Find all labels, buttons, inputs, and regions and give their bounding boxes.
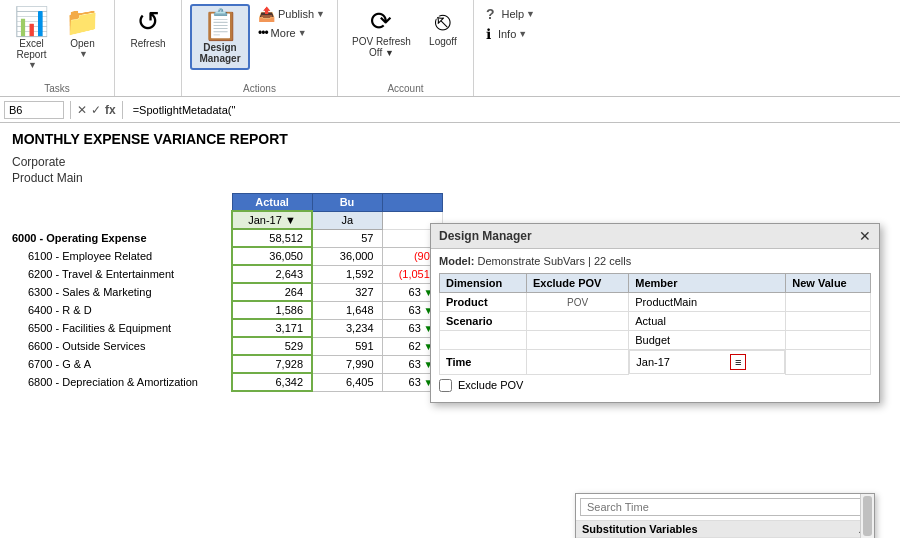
row-actual: 58,512 [232, 229, 312, 247]
table-row: 6300 - Sales & Marketing26432763 ▼ [12, 283, 442, 301]
row-actual: 3,171 [232, 319, 312, 337]
pov-refresh-button[interactable]: ⟳ POV RefreshOff ▼ [346, 4, 417, 62]
member-scenario: Actual [629, 312, 786, 331]
formula-bar: ✕ ✓ fx [0, 97, 900, 123]
info-label: Info [498, 28, 516, 40]
open-button[interactable]: 📁 Open ▼ [59, 4, 106, 63]
pov-refresh-label: POV RefreshOff ▼ [352, 36, 411, 58]
dialog-body: Model: Demonstrate SubVars | 22 cells Di… [431, 249, 879, 402]
row-label: 6200 - Travel & Entertainment [12, 265, 232, 283]
actions-group-label: Actions [243, 81, 276, 94]
exclude-time [526, 350, 628, 375]
help-button[interactable]: ? Help ▼ [482, 4, 539, 24]
col-subheader-jan17[interactable]: Jan-17 ▼ [232, 211, 312, 229]
open-icon: 📁 [65, 8, 100, 36]
dim-scenario: Scenario [440, 312, 527, 331]
row-budget: 57 [312, 229, 382, 247]
formula-sep2 [122, 101, 123, 119]
dialog-close-button[interactable]: ✕ [859, 228, 871, 244]
model-label: Model: [439, 255, 474, 267]
logoff-button[interactable]: ⎋ Logoff [421, 4, 465, 51]
formula-confirm-icon[interactable]: ✓ [91, 103, 101, 117]
row-actual: 7,928 [232, 355, 312, 373]
table-row: 6500 - Facilities & Equipment3,1713,2346… [12, 319, 442, 337]
dimension-table: Dimension Exclude POV Member New Value P… [439, 273, 871, 375]
new-value-scenario [786, 312, 871, 331]
row-label: 6500 - Facilities & Equipment [12, 319, 232, 337]
open-dropdown: ▼ [79, 49, 88, 59]
logoff-label: Logoff [429, 36, 457, 47]
publish-label: Publish [278, 8, 314, 20]
search-time-input[interactable] [580, 498, 870, 516]
row-actual: 6,342 [232, 373, 312, 391]
ribbon-group-actions: 📋 DesignManager 📤 Publish ▼ ••• More ▼ A… [182, 0, 338, 96]
formula-insert-icon[interactable]: fx [105, 103, 116, 117]
row-actual: 2,643 [232, 265, 312, 283]
publish-button[interactable]: 📤 Publish ▼ [254, 4, 329, 24]
col-new-value: New Value [786, 274, 871, 293]
table-row: 6200 - Travel & Entertainment2,6431,592(… [12, 265, 442, 283]
design-manager-icon: 📋 [202, 10, 239, 40]
member-time: Jan-17 ≡ [629, 350, 785, 374]
row-actual: 36,050 [232, 247, 312, 265]
design-manager-button[interactable]: 📋 DesignManager [190, 4, 250, 70]
member-picker: Substitution Variables ▲ @CurMth@ @First… [575, 493, 875, 538]
dim-row-product: Product POV ProductMain [440, 293, 871, 312]
dim-product: Product [440, 293, 527, 312]
col-header-budget: Bu [312, 194, 382, 212]
exclude-pov-checkbox[interactable] [439, 379, 452, 392]
dialog-title: Design Manager [439, 229, 532, 243]
spreadsheet: MONTHLY EXPENSE VARIANCE REPORT Corporat… [0, 123, 900, 538]
dim-time: Time [440, 350, 527, 375]
formula-input[interactable] [129, 102, 896, 118]
exclude-pov-label: Exclude POV [458, 379, 523, 391]
exclude-scenario2 [526, 331, 628, 350]
time-member-picker-btn[interactable]: ≡ [730, 354, 746, 370]
row-budget: 1,648 [312, 301, 382, 319]
info-button[interactable]: ℹ Info ▼ [482, 24, 539, 44]
refresh-button[interactable]: ↻ Refresh [123, 4, 173, 53]
picker-scroll-thumb[interactable] [863, 496, 872, 536]
ribbon-group-help: ? Help ▼ ℹ Info ▼ [474, 0, 547, 96]
exclude-pov-row: Exclude POV [439, 375, 871, 396]
tasks-group-label: Tasks [44, 81, 70, 94]
table-row: 6000 - Operating Expense58,51257 [12, 229, 442, 247]
picker-scrollbar[interactable] [860, 494, 874, 538]
dim-scenario2 [440, 331, 527, 350]
open-label: Open [70, 38, 94, 49]
row-label: 6300 - Sales & Marketing [12, 283, 232, 301]
logoff-icon: ⎋ [435, 8, 451, 34]
dim-row-scenario2: Budget [440, 331, 871, 350]
row-label: 6700 - G & A [12, 355, 232, 373]
design-manager-label: DesignManager [199, 42, 240, 64]
col-exclude-pov: Exclude POV [526, 274, 628, 293]
ribbon: 📊 Excel Report ▼ 📁 Open ▼ Tasks ↻ Refres… [0, 0, 900, 97]
account-group-label: Account [387, 81, 423, 94]
row-budget: 7,990 [312, 355, 382, 373]
formula-sep1 [70, 101, 71, 119]
excel-report-button[interactable]: 📊 Excel Report ▼ [8, 4, 55, 74]
ribbon-group-refresh: ↻ Refresh [115, 0, 182, 96]
row-budget: 1,592 [312, 265, 382, 283]
dim-row-scenario: Scenario Actual [440, 312, 871, 331]
help-label: Help [501, 8, 524, 20]
more-button[interactable]: ••• More ▼ [254, 24, 329, 42]
new-value-product [786, 293, 871, 312]
picker-search-area [576, 494, 874, 521]
design-manager-dialog: Design Manager ✕ Model: Demonstrate SubV… [430, 223, 880, 403]
row-label: 6400 - R & D [12, 301, 232, 319]
cell-reference[interactable] [4, 101, 64, 119]
col-subheader-budget: Ja [312, 211, 382, 229]
formula-cancel-icon[interactable]: ✕ [77, 103, 87, 117]
subvars-label: Substitution Variables [582, 523, 698, 535]
new-value-scenario2 [786, 331, 871, 350]
exclude-scenario [526, 312, 628, 331]
row-budget: 6,405 [312, 373, 382, 391]
row-budget: 591 [312, 337, 382, 355]
row-label: 6100 - Employee Related [12, 247, 232, 265]
row-label: 6000 - Operating Expense [12, 229, 232, 247]
row-budget: 327 [312, 283, 382, 301]
refresh-icon: ↻ [137, 8, 160, 36]
more-icon: ••• [258, 26, 268, 40]
report-title: MONTHLY EXPENSE VARIANCE REPORT [12, 131, 888, 147]
